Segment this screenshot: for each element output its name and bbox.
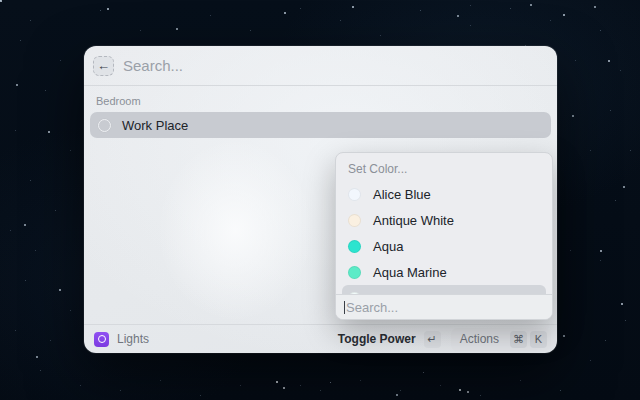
color-option[interactable]: Antique White (342, 207, 546, 233)
app-chip[interactable]: Lights (90, 330, 153, 349)
list-item-label: Work Place (122, 118, 188, 133)
color-option[interactable]: Azure (342, 285, 546, 294)
light-ring-glyph (98, 335, 106, 343)
color-option-label: Aqua Marine (373, 265, 447, 280)
light-circle-icon (98, 119, 111, 132)
primary-action-label[interactable]: Toggle Power (338, 332, 416, 346)
search-input[interactable]: Search... (123, 57, 183, 74)
actions-label: Actions (460, 332, 499, 346)
color-option[interactable]: Alice Blue (342, 181, 546, 207)
popup-title: Set Color... (336, 153, 552, 181)
search-header: ← Search... (84, 46, 557, 85)
results-list: Bedroom Work Place (84, 95, 557, 138)
k-key-label: K (535, 333, 542, 345)
app-name: Lights (117, 332, 149, 346)
color-swatch-icon (348, 266, 361, 279)
k-key-badge: K (530, 331, 547, 348)
command-key-badge: ⌘ (510, 331, 527, 348)
color-option[interactable]: Aqua Marine (342, 259, 546, 285)
footer-actions: Toggle Power ↵ Actions ⌘ K (338, 328, 551, 351)
text-caret (344, 301, 345, 314)
section-header: Bedroom (96, 95, 557, 107)
color-option[interactable]: Aqua (342, 233, 546, 259)
color-swatch-icon (348, 214, 361, 227)
header-divider (84, 85, 557, 86)
color-swatch-icon (348, 240, 361, 253)
command-key-icon: ⌘ (513, 333, 524, 346)
back-button[interactable]: ← (93, 56, 114, 76)
color-option-label: Alice Blue (373, 187, 431, 202)
popup-search-placeholder: Search... (346, 300, 398, 315)
return-key-badge[interactable]: ↵ (424, 331, 441, 348)
desktop-background: ← Search... Bedroom Work Place Lights To… (0, 0, 640, 400)
lights-app-icon (94, 332, 109, 347)
list-item-work-place[interactable]: Work Place (90, 112, 551, 138)
color-swatch-icon (348, 188, 361, 201)
color-option-label: Aqua (373, 239, 403, 254)
stars-bright (0, 0, 2, 2)
actions-button[interactable]: Actions ⌘ K (451, 328, 551, 351)
return-key-icon: ↵ (428, 333, 437, 346)
color-options-list: Alice BlueAntique WhiteAquaAqua MarineAz… (336, 181, 552, 294)
popup-search-field[interactable]: Search... (336, 294, 552, 319)
back-arrow-icon: ← (97, 59, 110, 72)
footer-bar: Lights Toggle Power ↵ Actions ⌘ K (84, 324, 557, 353)
color-option-label: Antique White (373, 213, 454, 228)
set-color-popup: Set Color... Alice BlueAntique WhiteAqua… (335, 152, 553, 320)
